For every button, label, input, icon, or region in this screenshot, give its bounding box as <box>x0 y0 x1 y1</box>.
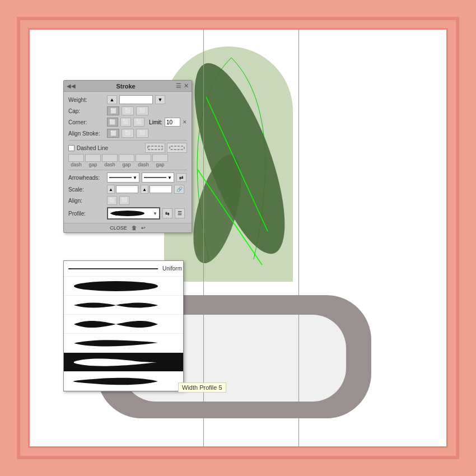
cap-row: Cap: ⬜ ⬜ ⬜ <box>68 106 187 115</box>
align-stroke-row: Align Stroke: ⬜ ⬜ ⬜ <box>68 129 187 138</box>
profile-item-3[interactable] <box>64 315 183 334</box>
scale-input-2[interactable]: 100% <box>150 185 172 193</box>
align-sub-left-btn[interactable]: ⬜ <box>107 196 117 205</box>
gap-sublabel-3: gap <box>152 162 168 167</box>
stroke-panel: ◀◀ Stroke ☰ ✕ Weight: ▲ ▼ Cap: ⬜ <box>63 80 192 233</box>
flip-profile-btn[interactable]: ⇆ <box>162 208 172 218</box>
profile-dropdown[interactable]: Uniform <box>63 260 184 391</box>
profile-item-2[interactable] <box>64 296 183 315</box>
corner-round-btn[interactable]: ⬜ <box>120 118 132 127</box>
profile-options-btn[interactable]: ☰ <box>175 208 185 218</box>
dash-input-3[interactable] <box>136 154 151 162</box>
dash-corners-2[interactable] <box>167 143 187 153</box>
scale-input-1[interactable]: 100% <box>116 185 138 193</box>
panel-footer: CLOSE 🗑 ↩ <box>64 223 192 232</box>
dashed-section: Dashed Line dash <box>68 143 187 167</box>
profile-5-svg <box>68 356 164 369</box>
dash-sublabel-2: dash <box>102 162 118 167</box>
scale-2-group: ▲ 100% <box>141 185 172 194</box>
dash-corners-1[interactable] <box>145 143 165 153</box>
profile-item-6[interactable] <box>64 372 183 391</box>
scale-1-group: ▲ 100% <box>107 185 138 194</box>
profile-item-5[interactable] <box>64 353 183 372</box>
scale-1-up[interactable]: ▲ <box>107 185 115 194</box>
dash-input-1[interactable] <box>68 154 84 162</box>
gap-input-3[interactable] <box>152 154 168 162</box>
weight-label: Weight: <box>68 97 105 103</box>
link-scales-btn[interactable]: 🔗 <box>174 185 184 194</box>
align-sub-row: Align: ⬜ ⬜ <box>68 196 187 205</box>
divider-2 <box>68 170 187 170</box>
gap-sublabel-1: gap <box>85 162 101 167</box>
canvas-outer: ◀◀ Stroke ☰ ✕ Weight: ▲ ▼ Cap: ⬜ <box>17 17 459 459</box>
corner-bevel-btn[interactable]: ⬜ <box>133 118 144 127</box>
corner-label: Corner: <box>68 119 105 125</box>
gap-sublabel-2: gap <box>119 162 134 167</box>
footer-reset-btn[interactable]: ↩ <box>141 225 146 231</box>
gap-input-2[interactable] <box>119 154 134 162</box>
panel-body: Weight: ▲ ▼ Cap: ⬜ ⬜ ⬜ Corner: ⬜ ⬜ <box>64 92 192 223</box>
limit-close[interactable]: ✕ <box>183 119 187 125</box>
profile-item-4[interactable] <box>64 334 183 353</box>
dash-sublabel-3: dash <box>136 162 151 167</box>
cap-butt-btn[interactable]: ⬜ <box>107 106 119 115</box>
panel-title: Stroke <box>116 83 135 90</box>
align-outside-btn[interactable]: ⬜ <box>136 129 148 138</box>
guide-line-right <box>298 30 299 446</box>
tooltip-text: Width Profile 5 <box>182 384 222 391</box>
dash-input-2[interactable] <box>102 154 118 162</box>
profile-2-svg <box>68 298 164 312</box>
corner-miter-btn[interactable]: ⬜ <box>107 118 118 127</box>
tooltip: Width Profile 5 <box>178 382 226 393</box>
dashed-checkbox[interactable] <box>68 145 74 151</box>
swap-arrowheads-btn[interactable]: ⇄ <box>176 173 186 182</box>
profile-uniform-label: Uniform <box>162 265 182 272</box>
profile-dropdown-arrow: ▼ <box>153 211 157 216</box>
scale-label: Scale: <box>68 186 105 193</box>
scale-row: Scale: ▲ 100% ▲ 100% 🔗 <box>68 185 187 194</box>
weight-stepper-up[interactable]: ▲ <box>107 95 117 104</box>
cap-label: Cap: <box>68 108 105 114</box>
weight-row: Weight: ▲ ▼ <box>68 95 187 104</box>
corner-row: Corner: ⬜ ⬜ ⬜ Limit: ✕ <box>68 118 187 127</box>
cap-round-btn[interactable]: ⬜ <box>122 106 134 115</box>
align-inside-btn[interactable]: ⬜ <box>122 129 134 138</box>
profile-item-uniform[interactable]: Uniform <box>64 261 183 277</box>
limit-input[interactable] <box>165 118 180 127</box>
svg-marker-7 <box>110 211 116 216</box>
gap-input-1[interactable] <box>85 154 101 162</box>
profile-label: Profile: <box>68 211 105 217</box>
panel-close-icon[interactable]: ✕ <box>184 82 189 90</box>
profile-4-svg <box>68 337 164 350</box>
profile-item-1[interactable] <box>64 277 183 296</box>
footer-close-btn[interactable]: CLOSE <box>110 225 127 231</box>
profile-3-svg <box>68 318 164 331</box>
dash-sublabel-1: dash <box>68 162 84 167</box>
dashed-label: Dashed Line <box>77 145 108 151</box>
svg-point-8 <box>74 281 158 291</box>
footer-delete-btn[interactable]: 🗑 <box>132 225 137 231</box>
panel-titlebar[interactable]: ◀◀ Stroke ☰ ✕ <box>64 81 192 92</box>
profile-1-svg <box>68 279 164 293</box>
align-sub-right-btn[interactable]: ⬜ <box>119 196 129 205</box>
svg-rect-4 <box>148 146 162 150</box>
profile-uniform-line <box>68 268 158 269</box>
svg-rect-5 <box>170 146 184 150</box>
canvas-inner: ◀◀ Stroke ☰ ✕ Weight: ▲ ▼ Cap: ⬜ <box>28 28 448 448</box>
profile-row: Profile: ▼ ⇆ ☰ <box>68 207 187 220</box>
scale-2-up[interactable]: ▲ <box>141 185 148 194</box>
arrowhead-end-select[interactable]: ▼ <box>142 172 174 183</box>
profile-select-box[interactable]: ▼ <box>107 207 160 220</box>
cap-square-btn[interactable]: ⬜ <box>136 106 148 115</box>
arrowhead-row: Arrowheads: ▼ ▼ ⇄ <box>68 172 187 183</box>
panel-menu-icon[interactable]: ☰ <box>176 82 181 90</box>
collapse-icon[interactable]: ◀◀ <box>67 83 76 89</box>
weight-dropdown[interactable]: ▼ <box>155 95 165 104</box>
divider-1 <box>68 140 187 141</box>
profile-6-svg <box>68 375 164 388</box>
weight-input[interactable] <box>119 95 153 104</box>
dash-inputs-row: dash gap dash gap <box>68 154 187 167</box>
align-center-btn[interactable]: ⬜ <box>107 129 119 138</box>
limit-label: Limit: <box>149 119 162 125</box>
arrowhead-start-select[interactable]: ▼ <box>107 172 139 183</box>
